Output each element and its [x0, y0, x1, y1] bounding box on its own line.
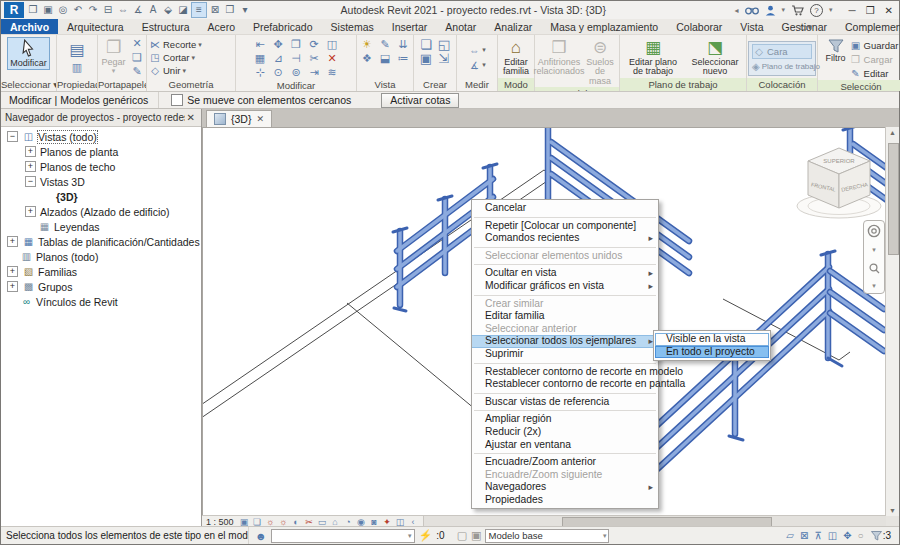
group-icon[interactable]: ◱	[437, 38, 452, 51]
ribbon-tab[interactable]: Arquitectura	[58, 19, 133, 34]
thin-lines-icon[interactable]: ≡	[191, 2, 207, 18]
tree-expander[interactable]: −	[7, 131, 18, 142]
steering-wheel-icon[interactable]	[867, 224, 881, 238]
context-menu-item[interactable]: Ampliar región ▸	[472, 413, 658, 426]
tree-item[interactable]: + Planos de planta	[1, 144, 201, 159]
context-menu-item[interactable]: Repetir [Colocar un componente] ▸	[472, 220, 658, 233]
place-on-face-option[interactable]: ◇Cara	[752, 44, 812, 59]
scale-icon[interactable]: ⊿	[271, 52, 286, 65]
context-menu-item[interactable]: Editar familia ▸	[472, 310, 658, 323]
context-menu-item[interactable]: Encuadre/Zoom siguiente ▸	[472, 469, 658, 482]
submenu-item[interactable]: Visible en la vista	[655, 333, 769, 346]
select-by-face-icon[interactable]: ◫	[828, 530, 837, 541]
edit-selection-button[interactable]: ✎Editar	[850, 67, 899, 80]
context-menu-item[interactable]: Comandos recientes ▸	[472, 232, 658, 245]
ribbon-tab[interactable]: Prefabricado	[244, 19, 322, 34]
paste-button[interactable]: ❐ Pegar ▾	[99, 37, 127, 76]
context-menu-item[interactable]: Ajustar en ventana ▸	[472, 439, 658, 452]
project-browser-close-icon[interactable]: ✕	[185, 112, 197, 123]
navbar-dropdown-arrow[interactable]: ▾	[872, 246, 876, 254]
cope-button[interactable]: ⋉Recorte▾	[149, 38, 202, 51]
ribbon-tab[interactable]: Estructura	[133, 19, 199, 34]
join-button[interactable]: ◇Unir▾	[149, 64, 186, 77]
ribbon-display-toggle[interactable]: ▭▾	[793, 19, 818, 34]
context-menu-item[interactable]: Restablecer contorno de recorte en model…	[472, 366, 658, 379]
align-icon[interactable]: ⇤	[253, 38, 268, 51]
zoom-dropdown-arrow[interactable]: ▾	[872, 282, 876, 290]
ribbon-tab[interactable]: Analizar	[485, 19, 541, 34]
measure-icon[interactable]: ⇔	[116, 3, 130, 17]
tree-item[interactable]: − Vistas (todo)	[1, 129, 201, 144]
context-menu-item[interactable]: Encuadre/Zoom anterior ▸	[472, 456, 658, 469]
ribbon-tab[interactable]: Vista	[731, 19, 772, 34]
move-icon[interactable]: ✥	[271, 38, 286, 51]
ribbon-tab[interactable]: Anotar	[436, 19, 485, 34]
related-hosts-button[interactable]: ❒ Anfitriones relacionados	[537, 37, 581, 78]
context-menu-item[interactable]: Seleccionar anterior ▸	[472, 323, 658, 336]
minimize-button[interactable]: ─	[849, 5, 856, 16]
tree-expander[interactable]: +	[7, 281, 18, 292]
ribbon-tab[interactable]: Complementos	[836, 19, 900, 34]
tree-item[interactable]: {3D}	[1, 189, 201, 204]
navigation-bar[interactable]: ▾ ▾	[863, 220, 885, 294]
delete-icon[interactable]: ✕	[130, 37, 145, 50]
similar-icon[interactable]: ▣	[419, 52, 434, 65]
cutaway-icon[interactable]: ⇊	[396, 38, 411, 51]
zoom-icon[interactable]	[869, 263, 880, 274]
place-on-workplane-option[interactable]: ◈Plano de trabajo	[752, 60, 812, 73]
help-icon[interactable]: ?	[810, 4, 823, 17]
mirror-icon[interactable]: ◫	[325, 38, 340, 51]
profile-icon[interactable]: ≔	[396, 52, 411, 65]
mass-floors-button[interactable]: ⊜ Suelos de masa	[583, 37, 617, 87]
ribbon-tab[interactable]: Archivo	[1, 19, 58, 34]
tree-item[interactable]: Planos (todo)	[1, 249, 201, 264]
view-tab-close-icon[interactable]: ✕	[256, 114, 264, 124]
aligned-dimension-icon[interactable]: ∡	[131, 3, 145, 17]
save-selection-button[interactable]: ▣Guardar	[850, 39, 899, 52]
tree-expander[interactable]: +	[7, 266, 18, 277]
match-properties-icon[interactable]: ✎	[130, 65, 145, 78]
account-dropdown-arrow[interactable]: ▾	[782, 6, 786, 14]
worksets-icon[interactable]: ☻	[255, 530, 267, 542]
context-menu-item[interactable]: Cancelar ▸	[472, 202, 658, 215]
save-icon[interactable]: ▣	[41, 3, 55, 17]
edit-workplane-button[interactable]: ▦ Editar plano de trabajo	[622, 37, 684, 78]
lightbulb-icon[interactable]: ☀	[360, 38, 375, 51]
design-options-edit-icon[interactable]: ▣	[471, 529, 481, 542]
split-icon[interactable]: ✂	[307, 52, 322, 65]
ribbon-tab[interactable]: Masa y emplazamiento	[541, 19, 667, 34]
join-ends-icon[interactable]: ≋	[325, 66, 340, 79]
workset-select[interactable]: ▾	[271, 529, 415, 543]
edit-family-button[interactable]: ⌂ Editar familia	[500, 37, 532, 78]
extend-icon[interactable]: ⇥	[307, 66, 322, 79]
legend-component-icon[interactable]: ❏	[419, 38, 434, 51]
close-button[interactable]: ✕	[885, 5, 893, 16]
copy-element-icon[interactable]: ❐	[289, 38, 304, 51]
context-menu-item[interactable]: Reducir (2x) ▸	[472, 426, 658, 439]
filter-button[interactable]: Filtro	[824, 37, 848, 64]
default-3d-view-icon[interactable]: ⬙	[161, 3, 175, 17]
view-tab-3d[interactable]: {3D} ✕	[206, 110, 272, 127]
selection-filter-icon[interactable]	[871, 531, 882, 541]
maximize-button[interactable]: ❐	[866, 5, 875, 16]
context-menu-item[interactable]: Crear similar ▸	[472, 298, 658, 311]
context-menu-item[interactable]: Buscar vistas de referencia ▸	[472, 396, 658, 409]
context-menu-item[interactable]: Restablecer contorno de recorte en panta…	[472, 378, 658, 391]
drag-on-selection-icon[interactable]: ✥	[843, 530, 851, 541]
panel-label-select[interactable]: Seleccionar ▾	[1, 78, 56, 91]
open-icon[interactable]: ❐	[26, 3, 40, 17]
activate-dimensions-button[interactable]: Activar cotas	[381, 93, 459, 108]
dimension-button[interactable]: ∡▾	[468, 59, 486, 72]
background-process-icon[interactable]: ○	[858, 530, 864, 541]
search-collapse-arrow[interactable]: ◂	[735, 6, 739, 15]
select-new-workplane-button[interactable]: ⬔ Seleccionar nuevo	[686, 37, 744, 78]
properties-icon[interactable]: ▤	[70, 41, 85, 59]
help-dropdown-arrow[interactable]: ▾	[829, 6, 833, 14]
railing-lower-right[interactable]	[653, 251, 842, 473]
moves-with-nearby-checkbox[interactable]	[171, 94, 183, 106]
cut-button[interactable]: ◳Cortar▾	[149, 51, 195, 64]
copy-icon[interactable]: ❏	[130, 51, 145, 64]
context-menu-item[interactable]: Seleccionar elementos unidos ▸	[472, 250, 658, 263]
override-icon[interactable]: ⬓	[378, 52, 393, 65]
redo-icon[interactable]: ↷	[86, 3, 100, 17]
